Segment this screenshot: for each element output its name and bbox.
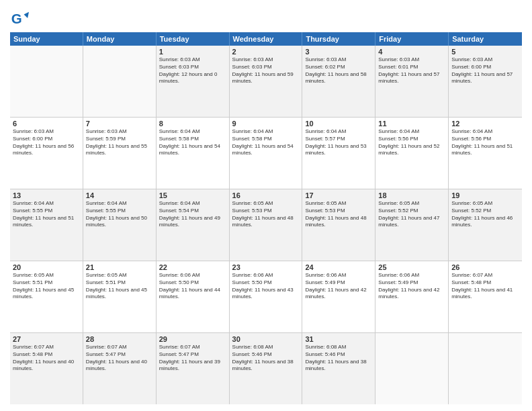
calendar-cell: 8Sunrise: 6:04 AMSunset: 5:58 PMDaylight… — [157, 118, 230, 189]
calendar-cell: 22Sunrise: 6:06 AMSunset: 5:50 PMDayligh… — [157, 261, 230, 332]
calendar-cell: 4Sunrise: 6:03 AMSunset: 6:01 PMDaylight… — [375, 46, 449, 117]
calendar-cell: 12Sunrise: 6:04 AMSunset: 5:56 PMDayligh… — [449, 118, 522, 189]
cell-info: Sunrise: 6:03 AMSunset: 6:03 PMDaylight:… — [159, 56, 226, 85]
cell-info: Sunrise: 6:03 AMSunset: 6:03 PMDaylight:… — [232, 56, 300, 85]
day-number: 2 — [232, 48, 300, 56]
calendar-cell: 27Sunrise: 6:07 AMSunset: 5:48 PMDayligh… — [10, 333, 83, 404]
cell-info: Sunrise: 6:06 AMSunset: 5:50 PMDaylight:… — [159, 272, 226, 301]
day-number: 4 — [378, 48, 445, 56]
cell-info: Sunrise: 6:05 AMSunset: 5:51 PMDaylight:… — [13, 272, 80, 301]
day-number: 29 — [159, 335, 226, 343]
day-number: 19 — [451, 191, 519, 199]
calendar-cell: 26Sunrise: 6:07 AMSunset: 5:48 PMDayligh… — [449, 261, 522, 332]
cell-info: Sunrise: 6:03 AMSunset: 6:00 PMDaylight:… — [13, 128, 80, 157]
day-number: 24 — [305, 263, 372, 271]
day-number: 27 — [13, 335, 80, 343]
day-number: 8 — [159, 120, 226, 128]
day-number: 22 — [159, 263, 226, 271]
cell-info: Sunrise: 6:08 AMSunset: 5:46 PMDaylight:… — [232, 344, 300, 373]
day-number: 7 — [86, 120, 153, 128]
day-header-friday: Friday — [375, 32, 449, 46]
calendar-cell: 10Sunrise: 6:04 AMSunset: 5:57 PMDayligh… — [302, 118, 375, 189]
cell-info: Sunrise: 6:07 AMSunset: 5:48 PMDaylight:… — [451, 272, 519, 301]
day-header-sunday: Sunday — [10, 32, 83, 46]
day-number: 20 — [13, 263, 80, 271]
calendar-cell: 17Sunrise: 6:05 AMSunset: 5:53 PMDayligh… — [302, 189, 375, 261]
calendar-cell: 9Sunrise: 6:04 AMSunset: 5:58 PMDaylight… — [230, 118, 303, 189]
day-number: 10 — [305, 120, 372, 128]
calendar-cell — [10, 46, 83, 117]
calendar-cell — [449, 333, 522, 404]
calendar-body: 1Sunrise: 6:03 AMSunset: 6:03 PMDaylight… — [10, 46, 522, 404]
cell-info: Sunrise: 6:04 AMSunset: 5:56 PMDaylight:… — [378, 128, 445, 157]
day-number: 14 — [86, 191, 153, 199]
day-number: 28 — [86, 335, 153, 343]
logo: G — [10, 9, 31, 28]
day-number: 25 — [378, 263, 445, 271]
calendar-week-3: 13Sunrise: 6:04 AMSunset: 5:55 PMDayligh… — [10, 189, 522, 261]
day-number: 1 — [159, 48, 226, 56]
cell-info: Sunrise: 6:04 AMSunset: 5:57 PMDaylight:… — [305, 128, 372, 157]
svg-marker-1 — [24, 12, 29, 18]
calendar-cell: 11Sunrise: 6:04 AMSunset: 5:56 PMDayligh… — [375, 118, 449, 189]
calendar-cell: 29Sunrise: 6:07 AMSunset: 5:47 PMDayligh… — [157, 333, 230, 404]
cell-info: Sunrise: 6:03 AMSunset: 6:01 PMDaylight:… — [378, 56, 445, 85]
cell-info: Sunrise: 6:04 AMSunset: 5:55 PMDaylight:… — [13, 200, 80, 229]
calendar-week-1: 1Sunrise: 6:03 AMSunset: 6:03 PMDaylight… — [10, 46, 522, 118]
calendar-cell: 25Sunrise: 6:06 AMSunset: 5:49 PMDayligh… — [375, 261, 449, 332]
calendar-cell: 30Sunrise: 6:08 AMSunset: 5:46 PMDayligh… — [230, 333, 303, 404]
day-number: 11 — [378, 120, 445, 128]
cell-info: Sunrise: 6:04 AMSunset: 5:55 PMDaylight:… — [86, 200, 153, 229]
cell-info: Sunrise: 6:06 AMSunset: 5:49 PMDaylight:… — [378, 272, 445, 301]
day-number: 6 — [13, 120, 80, 128]
day-number: 23 — [232, 263, 300, 271]
cell-info: Sunrise: 6:05 AMSunset: 5:51 PMDaylight:… — [86, 272, 153, 301]
cell-info: Sunrise: 6:04 AMSunset: 5:56 PMDaylight:… — [451, 128, 519, 157]
logo-icon: G — [10, 9, 29, 28]
cell-info: Sunrise: 6:05 AMSunset: 5:52 PMDaylight:… — [378, 200, 445, 229]
cell-info: Sunrise: 6:04 AMSunset: 5:58 PMDaylight:… — [159, 128, 226, 157]
calendar-week-4: 20Sunrise: 6:05 AMSunset: 5:51 PMDayligh… — [10, 261, 522, 333]
calendar-week-5: 27Sunrise: 6:07 AMSunset: 5:48 PMDayligh… — [10, 333, 522, 404]
calendar-cell — [83, 46, 157, 117]
day-number: 13 — [13, 191, 80, 199]
cell-info: Sunrise: 6:05 AMSunset: 5:53 PMDaylight:… — [305, 200, 372, 229]
day-header-wednesday: Wednesday — [230, 32, 303, 46]
cell-info: Sunrise: 6:05 AMSunset: 5:53 PMDaylight:… — [232, 200, 300, 229]
calendar-cell: 15Sunrise: 6:04 AMSunset: 5:54 PMDayligh… — [157, 189, 230, 261]
cell-info: Sunrise: 6:07 AMSunset: 5:47 PMDaylight:… — [159, 344, 226, 373]
calendar-week-2: 6Sunrise: 6:03 AMSunset: 6:00 PMDaylight… — [10, 118, 522, 189]
day-number: 17 — [305, 191, 372, 199]
calendar-cell: 31Sunrise: 6:08 AMSunset: 5:46 PMDayligh… — [302, 333, 375, 404]
cell-info: Sunrise: 6:08 AMSunset: 5:46 PMDaylight:… — [305, 344, 372, 373]
calendar: SundayMondayTuesdayWednesdayThursdayFrid… — [10, 32, 522, 404]
day-header-thursday: Thursday — [302, 32, 375, 46]
calendar-cell: 23Sunrise: 6:06 AMSunset: 5:50 PMDayligh… — [230, 261, 303, 332]
day-number: 5 — [451, 48, 519, 56]
cell-info: Sunrise: 6:03 AMSunset: 5:59 PMDaylight:… — [86, 128, 153, 157]
calendar-cell: 13Sunrise: 6:04 AMSunset: 5:55 PMDayligh… — [10, 189, 83, 261]
calendar-cell: 3Sunrise: 6:03 AMSunset: 6:02 PMDaylight… — [302, 46, 375, 117]
day-number: 21 — [86, 263, 153, 271]
cell-info: Sunrise: 6:06 AMSunset: 5:50 PMDaylight:… — [232, 272, 300, 301]
day-header-tuesday: Tuesday — [157, 32, 230, 46]
day-header-monday: Monday — [83, 32, 157, 46]
day-number: 16 — [232, 191, 300, 199]
calendar-cell — [375, 333, 449, 404]
day-number: 15 — [159, 191, 226, 199]
calendar-cell: 5Sunrise: 6:03 AMSunset: 6:00 PMDaylight… — [449, 46, 522, 117]
calendar-header: SundayMondayTuesdayWednesdayThursdayFrid… — [10, 32, 522, 46]
calendar-cell: 18Sunrise: 6:05 AMSunset: 5:52 PMDayligh… — [375, 189, 449, 261]
cell-info: Sunrise: 6:05 AMSunset: 5:52 PMDaylight:… — [451, 200, 519, 229]
cell-info: Sunrise: 6:04 AMSunset: 5:54 PMDaylight:… — [159, 200, 226, 229]
calendar-cell: 1Sunrise: 6:03 AMSunset: 6:03 PMDaylight… — [157, 46, 230, 117]
day-number: 9 — [232, 120, 300, 128]
cell-info: Sunrise: 6:04 AMSunset: 5:58 PMDaylight:… — [232, 128, 300, 157]
day-number: 26 — [451, 263, 519, 271]
calendar-cell: 14Sunrise: 6:04 AMSunset: 5:55 PMDayligh… — [83, 189, 157, 261]
calendar-cell: 16Sunrise: 6:05 AMSunset: 5:53 PMDayligh… — [230, 189, 303, 261]
cell-info: Sunrise: 6:07 AMSunset: 5:47 PMDaylight:… — [86, 344, 153, 373]
calendar-cell: 20Sunrise: 6:05 AMSunset: 5:51 PMDayligh… — [10, 261, 83, 332]
day-number: 31 — [305, 335, 372, 343]
calendar-cell: 2Sunrise: 6:03 AMSunset: 6:03 PMDaylight… — [230, 46, 303, 117]
